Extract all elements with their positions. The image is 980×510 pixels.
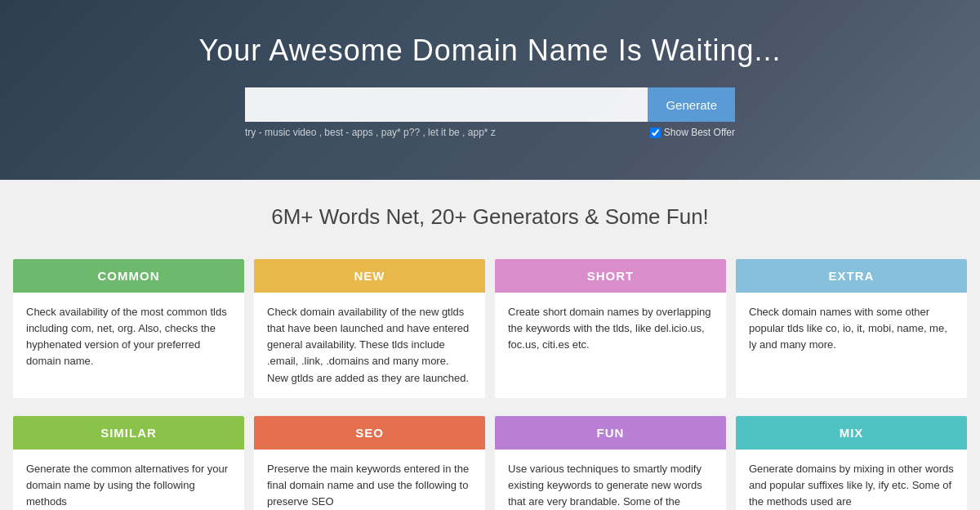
card-fun: FUN Use various techniques to smartly mo… <box>495 416 726 510</box>
card-extra: EXTRA Check domain names with some other… <box>736 259 967 398</box>
card-mix-text: Generate domains by mixing in other word… <box>749 463 954 508</box>
search-row: Generate <box>245 87 735 122</box>
card-new: NEW Check domain availability of the new… <box>254 259 485 398</box>
card-short-header: SHORT <box>495 259 726 293</box>
card-seo: SEO Preserve the main keywords entered i… <box>254 416 485 510</box>
card-short: SHORT Create short domain names by overl… <box>495 259 726 398</box>
card-fun-body: Use various techniques to smartly modify… <box>495 450 726 510</box>
card-similar-text: Generate the common alternatives for you… <box>26 463 228 508</box>
card-short-body: Create short domain names by overlapping… <box>495 293 726 365</box>
card-mix-header: MIX <box>736 416 967 450</box>
card-similar-body: Generate the common alternatives for you… <box>13 450 244 510</box>
hero-section: Your Awesome Domain Name Is Waiting... G… <box>0 0 980 180</box>
card-extra-body: Check domain names with some other popul… <box>736 293 967 365</box>
subtitle: 6M+ Words Net, 20+ Generators & Some Fun… <box>0 180 980 254</box>
best-offer-checkbox-label[interactable]: Show Best Offer <box>650 127 735 138</box>
card-fun-text: Use various techniques to smartly modify… <box>508 463 702 510</box>
best-offer-checkbox[interactable] <box>650 128 661 138</box>
card-similar: SIMILAR Generate the common alternatives… <box>13 416 244 510</box>
card-mix-body: Generate domains by mixing in other word… <box>736 450 967 510</box>
cards-row-1: COMMON Check availability of the most co… <box>0 254 980 411</box>
cards-row-2: SIMILAR Generate the common alternatives… <box>0 411 980 510</box>
card-mix: MIX Generate domains by mixing in other … <box>736 416 967 510</box>
card-seo-body: Preserve the main keywords entered in th… <box>254 450 485 510</box>
card-fun-header: FUN <box>495 416 726 450</box>
card-new-body: Check domain availability of the new gtl… <box>254 293 485 398</box>
card-common-body: Check availability of the most common tl… <box>13 293 244 382</box>
card-seo-header: SEO <box>254 416 485 450</box>
hint-row: try - music video , best - apps , pay* p… <box>245 127 735 138</box>
card-new-header: NEW <box>254 259 485 293</box>
card-extra-header: EXTRA <box>736 259 967 293</box>
card-common-header: COMMON <box>13 259 244 293</box>
card-seo-text: Preserve the main keywords entered in th… <box>267 463 469 508</box>
card-common: COMMON Check availability of the most co… <box>13 259 244 398</box>
generate-button[interactable]: Generate <box>648 87 735 122</box>
search-hint: try - music video , best - apps , pay* p… <box>245 127 496 138</box>
card-similar-header: SIMILAR <box>13 416 244 450</box>
search-input[interactable] <box>245 87 648 122</box>
hero-title: Your Awesome Domain Name Is Waiting... <box>199 34 782 68</box>
best-offer-text: Show Best Offer <box>664 127 735 138</box>
